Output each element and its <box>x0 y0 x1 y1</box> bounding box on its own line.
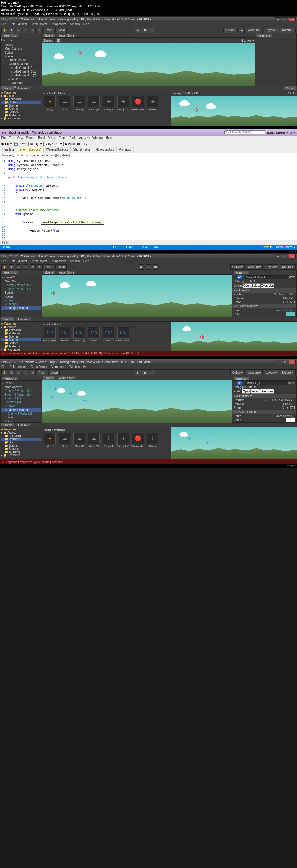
prefab-item[interactable]: ✈Enemy 1 <box>102 96 115 112</box>
prefab-item[interactable]: ✈Player <box>146 96 159 112</box>
maximize-button[interactable]: □ <box>282 17 289 21</box>
folder-item[interactable]: 📁 Textures <box>1 114 42 117</box>
prefab-item[interactable]: ☁Cloud <box>58 96 71 112</box>
menu-window[interactable]: Window <box>69 23 80 26</box>
tree-item-selected[interactable]: ▸Enemy 2 Variant <box>1 306 41 310</box>
vs-menu-debug[interactable]: Debug <box>48 136 56 140</box>
tree-item[interactable]: Cloud (0) <box>1 81 41 85</box>
tree-item[interactable]: middleGround_0 (2) <box>1 73 41 77</box>
transform-header[interactable]: ▾ ⚙ Transform <box>233 394 296 398</box>
overrides-button[interactable]: Overrides <box>260 283 274 288</box>
name-field[interactable] <box>245 381 288 385</box>
prefab-item[interactable]: 🔴Enemybullet <box>131 96 145 112</box>
layers-dropdown[interactable]: Layers ▾ <box>264 265 279 270</box>
project-tab[interactable]: Project <box>1 317 14 321</box>
menu-help[interactable]: Help <box>83 23 89 26</box>
folder-item[interactable]: 📁 Scripts <box>1 107 42 111</box>
play-button[interactable]: ▶ <box>135 28 141 33</box>
prefab-item[interactable]: ✈Enemy 1 <box>102 433 115 448</box>
active-checkbox[interactable] <box>234 275 245 279</box>
pause-button[interactable]: ⏸ <box>142 370 148 375</box>
scene-tab[interactable]: Scene <box>43 34 55 37</box>
local-toggle[interactable]: Local <box>55 28 66 33</box>
cloud-icon[interactable]: ☁ <box>239 28 245 33</box>
rect-tool[interactable]: ▭ <box>30 370 35 375</box>
prefab-item[interactable]: ☁Cloud (2) <box>87 433 101 448</box>
tree-item[interactable]: Enemy 2 Variant (1) <box>1 389 41 393</box>
prefab-item[interactable]: ✈Enemy 2 V.. <box>116 96 130 112</box>
tree-item[interactable]: ▸Level <box>1 294 41 299</box>
tree-item[interactable]: Enemy 2 Variant (2) <box>1 287 41 291</box>
menu-file[interactable]: File <box>1 23 6 26</box>
scale-tool[interactable]: ⤢ <box>23 370 28 375</box>
transform-header[interactable]: ▾ ⚙ Transform <box>233 288 296 292</box>
tree-item[interactable]: ▾Level <box>1 55 41 58</box>
tree-item[interactable]: ▾Scene1* <box>1 381 41 385</box>
error-bar[interactable]: ⊘Screen position out of view frustum (sc… <box>0 351 297 355</box>
hand-tool[interactable]: ✋ <box>1 265 7 270</box>
attach-button[interactable]: ▶ Attach to Unity <box>65 142 87 146</box>
vs-tab[interactable]: ShotScript.cs <box>71 147 93 153</box>
step-button[interactable]: ⏭ <box>153 265 159 270</box>
tree-item[interactable]: Scripts <box>1 291 41 294</box>
script-item[interactable]: C#Player <box>87 327 101 343</box>
scale-tool[interactable]: ⤢ <box>23 265 28 270</box>
rect-tool[interactable]: ▭ <box>30 265 35 270</box>
minimize-button[interactable]: − <box>275 17 281 21</box>
rotate-tool[interactable]: ↻ <box>16 28 21 33</box>
folder-item[interactable]: 📁 Sounds <box>1 111 42 114</box>
2d-toggle[interactable]: 2D <box>54 38 62 43</box>
prefab-item[interactable]: ✈Player <box>146 433 159 448</box>
close-button[interactable]: × <box>294 131 295 134</box>
overrides-button[interactable]: Overrides <box>260 389 274 394</box>
tree-item[interactable]: ▾MiddleGround <box>1 62 41 66</box>
project-tab[interactable]: Project <box>1 86 14 90</box>
hand-tool[interactable]: ✋ <box>1 28 7 33</box>
collab-dropdown[interactable]: Collab ▾ <box>231 265 245 270</box>
account-dropdown[interactable]: Account ▾ <box>246 28 263 33</box>
vs-menu-file[interactable]: File <box>1 136 6 140</box>
hierarchy-tab[interactable]: Hierarchy <box>2 271 18 274</box>
tree-item[interactable]: ▸Player <box>1 404 41 408</box>
tree-item[interactable]: ▸Player <box>1 299 41 302</box>
prefab-item[interactable]: 🔸bullet_1 <box>43 96 57 112</box>
menu-edit[interactable]: Edit <box>10 259 15 263</box>
scene-view[interactable]: ✈ <box>42 43 255 86</box>
create-dropdown[interactable]: Create <box>1 39 10 42</box>
step-button[interactable]: ⏭ <box>149 28 155 33</box>
tree-item[interactable]: Main Camera <box>1 385 41 389</box>
scene-root[interactable]: ▾Scene1* <box>1 43 41 47</box>
vs-tab[interactable]: Player.cs <box>116 147 134 153</box>
vs-menu-help[interactable]: Help <box>106 136 112 140</box>
menu-component[interactable]: Component <box>51 259 66 263</box>
vs-menu-team[interactable]: Team <box>59 136 66 140</box>
console-tab[interactable]: Console <box>17 86 31 90</box>
pause-button[interactable]: ⏸ <box>142 28 148 33</box>
layers-dropdown[interactable]: Layers ▾ <box>264 28 279 33</box>
prefab-item[interactable]: 🔴Enemybullet <box>131 433 145 448</box>
quick-launch[interactable] <box>224 130 265 134</box>
select-button[interactable]: Select <box>251 283 260 288</box>
vs-tab[interactable]: Health.cs <box>0 147 17 153</box>
account-dropdown[interactable]: Account ▾ <box>246 265 263 270</box>
scale-tool[interactable]: ⤢ <box>23 28 28 33</box>
source-control[interactable]: ↑ Add to Source Control ▴ <box>262 245 295 249</box>
move-tool[interactable]: ✥ <box>8 370 15 375</box>
tree-item[interactable]: Scripts <box>1 51 41 55</box>
vs-menu-window[interactable]: Window <box>92 136 103 140</box>
tree-item[interactable]: Enemy 2 Variant (2) <box>1 393 41 397</box>
folder-item[interactable]: 📁 Prefabes <box>1 101 42 104</box>
name-field[interactable] <box>245 275 288 279</box>
vs-tab[interactable]: MoveScript.cs <box>93 147 116 153</box>
console-tab[interactable]: Console <box>17 317 31 321</box>
folder-item[interactable]: 📁 Scenes <box>1 104 42 107</box>
tree-item[interactable]: middleGround_0 (1) <box>1 70 41 73</box>
menu-window[interactable]: Window <box>69 259 80 263</box>
vs-menu-build[interactable]: Build <box>38 136 45 140</box>
menu-edit[interactable]: Edit <box>10 23 15 26</box>
vs-tab[interactable]: WeaponScript.cs <box>44 147 71 153</box>
collab-dropdown[interactable]: Collab ▾ <box>223 28 238 33</box>
tree-item[interactable]: Enemy 1 (2) <box>1 400 41 404</box>
vs-menu-view[interactable]: View <box>17 136 23 140</box>
inspector-tab[interactable]: Inspector <box>256 34 272 37</box>
